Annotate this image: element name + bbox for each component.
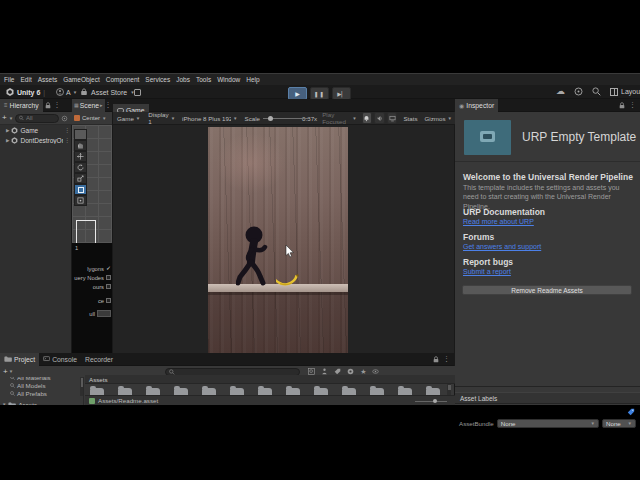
menu-edit[interactable]: Edit — [20, 76, 31, 83]
folder-icon[interactable] — [118, 388, 132, 395]
menu-component[interactable]: Component — [106, 76, 140, 83]
lock-icon[interactable] — [619, 102, 625, 109]
foldout-arrow-icon[interactable]: ▶ — [6, 138, 9, 143]
scene-menu-icon[interactable]: ⋮ — [105, 101, 112, 109]
stats-toggle[interactable]: Stats — [397, 115, 421, 122]
unity-version-badge[interactable]: Unity 6 | — [6, 88, 45, 96]
mute-audio-button[interactable] — [362, 112, 373, 124]
folder-icon[interactable] — [258, 388, 272, 395]
folder-icon[interactable] — [146, 388, 160, 395]
move-tool-button[interactable] — [74, 151, 87, 162]
checkbox-icon[interactable] — [106, 298, 111, 303]
pivot-toggle[interactable]: Center — [82, 115, 100, 121]
project-search-input[interactable] — [177, 369, 296, 375]
hierarchy-row-game[interactable]: ▶ Game ⋮ — [0, 125, 72, 135]
asset-thumbnail[interactable] — [464, 120, 511, 155]
activity-icon[interactable] — [574, 87, 583, 96]
tab-console[interactable]: Console — [39, 353, 81, 366]
folder-icon[interactable] — [286, 388, 300, 395]
saved-search-icon[interactable] — [347, 368, 354, 375]
menu-jobs[interactable]: Jobs — [176, 76, 190, 83]
assets-grid[interactable] — [85, 384, 447, 395]
tab-recorder[interactable]: Recorder — [81, 353, 117, 366]
menu-services[interactable]: Services — [145, 76, 170, 83]
tab-scene[interactable]: ▦ Scene ▸ — [72, 99, 105, 112]
label-tag-icon[interactable] — [627, 408, 635, 416]
menu-window[interactable]: Window — [217, 76, 240, 83]
open-search-icon[interactable] — [308, 368, 315, 375]
folder-icon[interactable] — [370, 388, 384, 395]
fullscreen-button[interactable] — [387, 112, 398, 124]
slider-thumb[interactable] — [268, 116, 273, 121]
overlay-line-polygons[interactable]: lygons✓ — [72, 264, 113, 273]
overlay-line-query-nodes[interactable]: uery Nodes — [72, 273, 113, 282]
asset-store-dropdown[interactable]: Asset Store ▼ — [80, 88, 135, 96]
folder-icon[interactable] — [314, 388, 328, 395]
scale-slider[interactable] — [263, 114, 299, 123]
layout-dropdown[interactable]: Layout ▼ — [610, 88, 640, 96]
menu-gameobject[interactable]: GameObject — [63, 76, 100, 83]
lock-icon[interactable] — [433, 356, 439, 363]
create-add-button[interactable]: + — [2, 114, 7, 122]
folder-icon[interactable] — [174, 388, 188, 395]
link-read-more-urp[interactable]: Read more about URP — [463, 218, 534, 225]
speaker-button[interactable] — [374, 112, 385, 124]
menu-help[interactable]: Help — [246, 76, 259, 83]
project-menu-icon[interactable]: ⋮ — [443, 355, 450, 363]
hidden-packages-icon[interactable] — [372, 368, 379, 375]
rotate-tool-button[interactable] — [74, 162, 87, 173]
menu-tools[interactable]: Tools — [196, 76, 211, 83]
scene-visibility-icon[interactable] — [61, 115, 68, 122]
checkbox-checked-icon[interactable]: ✓ — [106, 266, 111, 271]
link-submit-report[interactable]: Submit a report — [463, 268, 511, 275]
folder-icon[interactable] — [202, 388, 216, 395]
assets-scrollbar[interactable] — [447, 384, 451, 395]
window-grid-icon[interactable] — [134, 89, 141, 96]
overlay-dropdown[interactable] — [97, 310, 111, 317]
assetbundle-variant-dropdown[interactable]: None▼ — [602, 419, 636, 428]
game-view-dropdown[interactable]: Game▼ — [113, 115, 144, 122]
remove-readme-button[interactable]: Remove Readme Assets — [462, 285, 632, 295]
filter-by-type-icon[interactable] — [321, 368, 328, 375]
slider-thumb[interactable] — [433, 399, 437, 403]
assets-pane-header[interactable]: Assets — [85, 375, 455, 384]
scale-tool-button[interactable] — [74, 173, 87, 184]
icon-size-slider[interactable] — [415, 397, 447, 405]
game-render[interactable] — [208, 127, 348, 353]
hierarchy-menu-icon[interactable]: ⋮ — [54, 101, 61, 109]
folder-icon[interactable] — [426, 388, 440, 395]
folder-icon[interactable] — [90, 388, 104, 395]
foldout-arrow-icon[interactable]: ▼ — [2, 402, 6, 405]
favorites-star-icon[interactable]: ★ — [360, 368, 366, 375]
account-dropdown[interactable]: A ▼ — [56, 88, 77, 96]
hierarchy-search[interactable] — [15, 114, 59, 123]
filter-by-label-icon[interactable] — [334, 368, 341, 375]
favorites-scrollbar[interactable] — [80, 377, 83, 396]
search-icon[interactable] — [592, 87, 601, 96]
asset-labels-header[interactable]: Asset Labels — [455, 392, 640, 404]
folder-icon[interactable] — [398, 388, 412, 395]
folder-icon[interactable] — [230, 388, 244, 395]
display-dropdown[interactable]: Display 1▼ — [144, 111, 179, 125]
link-get-answers[interactable]: Get answers and support — [463, 243, 541, 250]
overlay-line-colours[interactable]: ours — [72, 282, 113, 291]
view-hand-tool-button[interactable] — [74, 140, 87, 151]
assetbundle-dropdown[interactable]: None▼ — [497, 419, 599, 428]
rect-tool-button[interactable] — [74, 184, 87, 195]
focus-dropdown[interactable]: Play Focused▼ — [317, 111, 361, 125]
scene-options-icon[interactable]: ⋮ — [65, 137, 71, 143]
overlay-line-distance[interactable]: ce — [72, 296, 113, 305]
hierarchy-search-input[interactable] — [26, 115, 55, 121]
scene-options-icon[interactable]: ⋮ — [65, 127, 71, 133]
checkbox-icon[interactable] — [106, 275, 111, 280]
tool-handle-button[interactable] — [74, 129, 87, 140]
lock-icon[interactable] — [45, 102, 51, 109]
inspector-menu-icon[interactable]: ⋮ — [629, 101, 636, 109]
tab-inspector[interactable]: ◉ Inspector — [455, 99, 498, 112]
checkbox-icon[interactable] — [106, 284, 111, 289]
cloud-icon[interactable]: ☁ — [556, 87, 565, 96]
favorite-all-prefabs[interactable]: All Prefabs — [0, 389, 83, 397]
tab-hierarchy[interactable]: ≡ Hierarchy — [0, 99, 43, 112]
tab-project[interactable]: Project — [0, 353, 39, 366]
hierarchy-row-dontdestroyonload[interactable]: ▶ DontDestroyOn ⋮ — [0, 135, 72, 145]
